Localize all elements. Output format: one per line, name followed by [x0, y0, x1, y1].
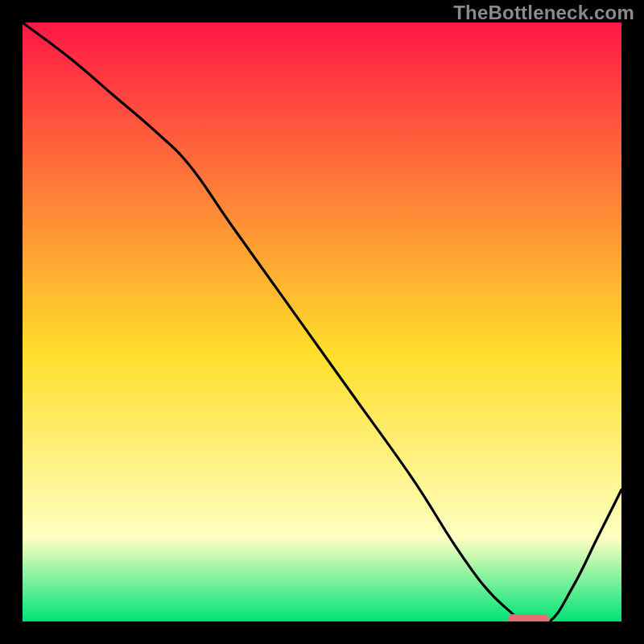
- chart-canvas: [0, 0, 644, 644]
- frame-left: [0, 0, 23, 644]
- frame-right: [621, 0, 644, 644]
- gradient-background: [23, 23, 621, 621]
- watermark-text: TheBottleneck.com: [453, 2, 634, 24]
- outer-frame: { "watermark": "TheBottleneck.com", "col…: [0, 0, 644, 644]
- frame-bottom: [0, 621, 644, 644]
